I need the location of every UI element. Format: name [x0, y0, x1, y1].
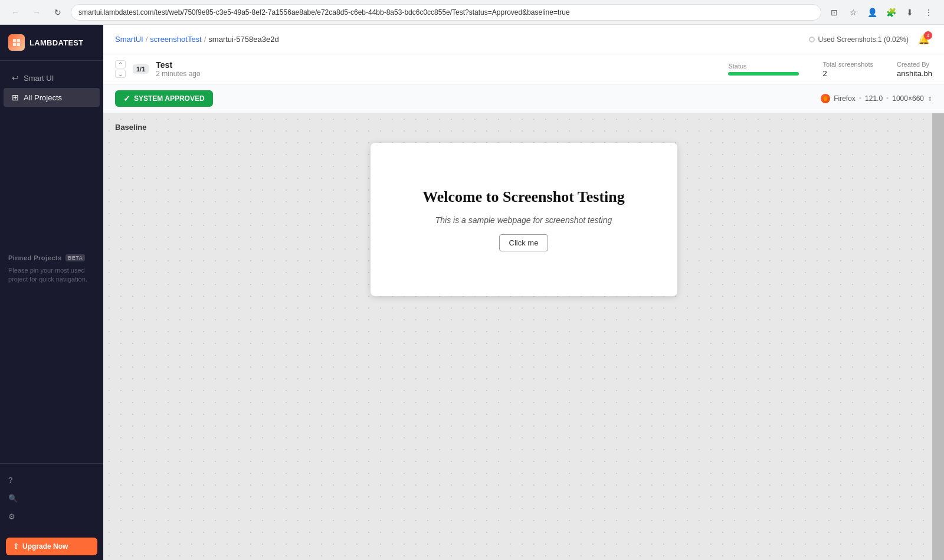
settings-icon: ⚙ [8, 512, 15, 521]
sidebar-item-smart-ui[interactable]: ↩ Smart UI [4, 68, 100, 87]
pinned-projects-section: Pinned Projects BETA Please pin your mos… [0, 247, 103, 292]
total-screenshots-group: Total screenshots 2 [822, 61, 873, 78]
url-text: smartui.lambdatest.com/test/web/750f9e85… [78, 8, 570, 17]
click-me-button[interactable]: Click me [499, 234, 549, 251]
firefox-icon [821, 94, 830, 103]
test-counter: 1/1 [133, 64, 149, 74]
sidebar-item-help[interactable]: ? [0, 471, 103, 489]
total-screenshots-label: Total screenshots [822, 61, 873, 68]
expand-icon: ⇕ [927, 96, 932, 102]
browser-chrome: ← → ↻ smartui.lambdatest.com/test/web/75… [0, 0, 944, 25]
upgrade-button[interactable]: ⇧ Upgrade Now [6, 538, 97, 555]
sidebar-nav: ↩ Smart UI ⊞ All Projects [0, 61, 103, 247]
browser-actions: ⊡ ☆ 👤 🧩 ⬇ ⋮ [826, 4, 937, 21]
baseline-label: Baseline [115, 123, 146, 132]
breadcrumb-smart-ui[interactable]: SmartUI [115, 35, 143, 44]
progress-bar [728, 72, 799, 76]
breadcrumb-sep-2: / [204, 35, 206, 44]
notification-button[interactable]: 🔔 4 [916, 31, 932, 48]
created-by-value: anshita.bh [897, 69, 932, 78]
total-screenshots-value: 2 [822, 69, 873, 78]
sidebar: LAMBDATEST ↩ Smart UI ⊞ All Projects Pin… [0, 25, 103, 560]
reload-button[interactable]: ↻ [50, 4, 66, 21]
screenshots-used-text: Used Screenshots:1 (0.02%) [818, 35, 909, 44]
screenshot-subtitle: This is a sample webpage for screenshot … [435, 215, 612, 225]
cast-button[interactable]: ⊡ [826, 4, 843, 21]
test-row-container: ⌃ ⌄ 1/1 Test 2 minutes ago Status Tota [103, 54, 944, 84]
browser-version: 121.0 [865, 94, 883, 103]
main-content: SmartUI / screenshotTest / smartui-5758e… [103, 25, 944, 560]
screenshots-indicator: Used Screenshots:1 (0.02%) [809, 35, 909, 44]
bookmark-button[interactable]: ☆ [845, 4, 861, 21]
created-by-group: Created By anshita.bh [897, 61, 932, 78]
right-panel [932, 113, 944, 560]
progress-bar-container [728, 72, 799, 76]
screenshot-title: Welcome to Screenshot Testing [422, 188, 625, 206]
downloads-button[interactable]: ⬇ [902, 4, 918, 21]
extensions-button[interactable]: 🧩 [883, 4, 899, 21]
status-label: Status [728, 63, 799, 70]
check-icon: ✓ [123, 94, 130, 103]
back-button[interactable]: ← [7, 4, 24, 21]
test-name: Test [156, 60, 200, 70]
app-container: LAMBDATEST ↩ Smart UI ⊞ All Projects Pin… [0, 25, 944, 560]
collapse-up-button[interactable]: ⌃ [115, 60, 126, 68]
approved-badge[interactable]: ✓ SYSTEM APPROVED [115, 90, 213, 107]
logo-icon [8, 34, 25, 51]
menu-button[interactable]: ⋮ [920, 4, 937, 21]
browser-info: Firefox • 121.0 • 1000×660 ⇕ [821, 94, 932, 103]
breadcrumb-current: smartui-5758ea3e2d [208, 35, 278, 44]
collapse-down-button[interactable]: ⌄ [115, 70, 126, 78]
search-icon: 🔍 [8, 494, 18, 503]
test-row-meta: Status Total screenshots 2 Created By an… [728, 54, 932, 84]
breadcrumb-sep-1: / [146, 35, 148, 44]
pinned-message: Please pin your most used project for qu… [8, 266, 95, 284]
upgrade-icon: ⇧ [13, 542, 19, 551]
approved-label: SYSTEM APPROVED [134, 94, 205, 103]
created-by-label: Created By [897, 61, 932, 68]
sidebar-item-all-projects[interactable]: ⊞ All Projects [4, 88, 100, 107]
test-row: ⌃ ⌄ 1/1 Test 2 minutes ago [115, 54, 728, 84]
test-info: Test 2 minutes ago [156, 60, 200, 78]
sidebar-bottom: ? 🔍 ⚙ [0, 463, 103, 533]
address-bar[interactable]: smartui.lambdatest.com/test/web/750f9e85… [71, 4, 821, 21]
all-projects-icon: ⊞ [12, 93, 19, 102]
sidebar-item-settings[interactable]: ⚙ [0, 507, 103, 526]
screenshot-area: Welcome to Screenshot Testing This is a … [103, 113, 944, 560]
test-time: 2 minutes ago [156, 70, 200, 78]
browser-name: Firefox [834, 94, 856, 103]
approval-bar: ✓ SYSTEM APPROVED Firefox • 121.0 • 1000… [103, 84, 944, 113]
sidebar-item-smart-ui-label: Smart UI [24, 74, 54, 83]
browser-resolution: 1000×660 [892, 94, 924, 103]
forward-button[interactable]: → [28, 4, 45, 21]
pinned-title: Pinned Projects BETA [8, 254, 95, 261]
sidebar-item-all-projects-label: All Projects [24, 93, 62, 102]
beta-badge: BETA [65, 254, 86, 261]
sidebar-logo: LAMBDATEST [0, 25, 103, 61]
status-group: Status [728, 63, 799, 76]
indicator-dot [809, 37, 815, 42]
help-icon: ? [8, 476, 12, 484]
notification-badge: 4 [924, 31, 932, 40]
logo-text: LAMBDATEST [30, 38, 84, 47]
smart-ui-icon: ↩ [12, 73, 19, 83]
content-area: Baseline Welcome to Screenshot Testing T… [103, 113, 944, 560]
screenshot-frame: Welcome to Screenshot Testing This is a … [371, 143, 677, 296]
header-right: Used Screenshots:1 (0.02%) 🔔 4 [809, 31, 932, 48]
profile-button[interactable]: 👤 [864, 4, 880, 21]
main-header: SmartUI / screenshotTest / smartui-5758e… [103, 25, 944, 54]
upgrade-label: Upgrade Now [22, 542, 68, 551]
breadcrumb-screenshot-test[interactable]: screenshotTest [150, 35, 201, 44]
collapse-buttons: ⌃ ⌄ [115, 60, 126, 78]
breadcrumb: SmartUI / screenshotTest / smartui-5758e… [115, 35, 279, 44]
sidebar-item-search[interactable]: 🔍 [0, 489, 103, 507]
